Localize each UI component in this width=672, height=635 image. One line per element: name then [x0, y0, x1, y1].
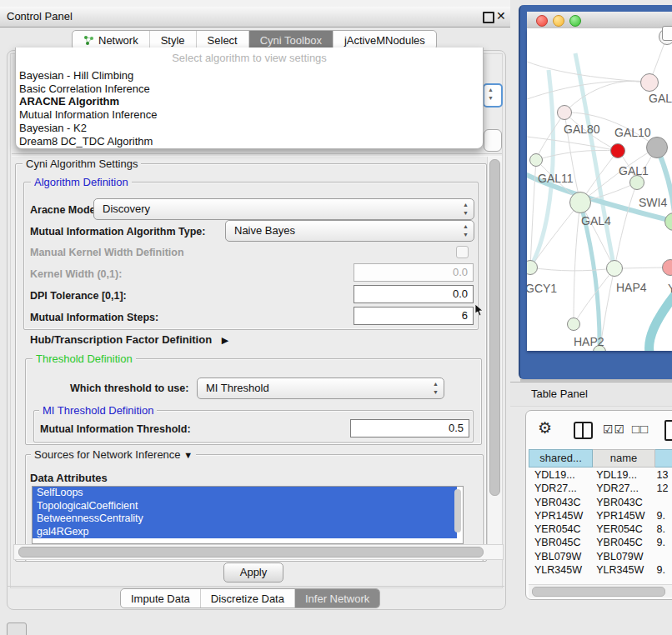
algorithm-option-basic-correlation-inference[interactable]: Basic Correlation Inference	[18, 82, 478, 96]
table-cell: YBL079W	[591, 550, 653, 563]
tab-jactivemnodules[interactable]: jActiveMNodules	[333, 31, 436, 49]
mi-steps-label: Mutual Information Steps:	[30, 312, 158, 323]
table-cell: YBR043C	[591, 496, 653, 509]
table-scrollbar-thumb[interactable]	[532, 587, 665, 597]
dpi-tolerance-field[interactable]: 0.0	[354, 285, 474, 303]
tab-infer-network[interactable]: Infer Network	[294, 589, 379, 608]
minimized-panel-icon[interactable]	[7, 622, 27, 635]
table-cell: YLR345W	[529, 563, 591, 577]
algorithm-option-mutual-information-inference[interactable]: Mutual Information Inference	[18, 108, 478, 122]
attribute-item-selfloops[interactable]: SelfLoops	[33, 487, 457, 500]
column-header-name[interactable]: name	[593, 449, 655, 468]
group-title: MI Threshold Definition	[39, 404, 157, 417]
table-cell: 9.	[654, 509, 672, 522]
table-cell: YLR345W	[591, 563, 653, 577]
mi-algorithm-type-combobox[interactable]: Naive Bayes ▲▼	[225, 220, 474, 242]
network-node[interactable]	[640, 73, 659, 92]
canvas-corner-button[interactable]	[662, 26, 672, 41]
node-label-gal11: GAL11	[538, 172, 574, 185]
close-panel-icon[interactable]: ✕	[496, 9, 506, 22]
table-cell: YDL19...	[591, 468, 653, 482]
node-label-swi4: SWI4	[639, 196, 667, 209]
network-node[interactable]	[646, 137, 668, 158]
table-cell: 12	[654, 482, 672, 495]
table-row[interactable]: YBR043CYBR043C	[529, 496, 672, 509]
table-row[interactable]: YDR27...YDR27...12	[529, 482, 672, 495]
node-label-hap4: HAP4	[616, 281, 647, 294]
table-row[interactable]: YER054CYER054C8.	[529, 522, 672, 536]
algorithm-option-dream8-dc-tdc-algorithm[interactable]: Dream8 DC_TDC Algorithm	[18, 135, 478, 148]
tab-impute-data[interactable]: Impute Data	[121, 589, 200, 608]
algorithm-option-aracne-algorithm[interactable]: ARACNE Algorithm	[18, 95, 478, 108]
split-columns-icon[interactable]	[574, 422, 593, 439]
network-node[interactable]	[606, 260, 623, 277]
tab-select[interactable]: Select	[196, 31, 248, 49]
mi-threshold-field[interactable]: 0.5	[350, 419, 469, 438]
table-horizontal-scrollbar[interactable]	[529, 584, 672, 598]
table-cell: 8.	[654, 522, 672, 536]
network-node[interactable]	[529, 153, 543, 167]
table-row[interactable]: YLR345WYLR345W9.	[529, 563, 672, 577]
network-window-titlebar[interactable]	[527, 12, 672, 29]
minimize-window-icon[interactable]	[553, 15, 564, 27]
combobox-stepper-icon: ▲▼	[433, 380, 439, 397]
table-row[interactable]: YBR045CYBR045C9.	[529, 536, 672, 549]
aracne-mode-combobox[interactable]: Discovery ▲▼	[93, 198, 474, 220]
close-window-icon[interactable]	[536, 15, 548, 27]
table-row[interactable]: YDL19...YDL19...13	[529, 468, 672, 482]
table-cell: 0.	[654, 577, 672, 578]
network-node[interactable]	[610, 143, 625, 158]
mouse-cursor	[475, 304, 484, 317]
attribute-item-gal4rgexp[interactable]: gal4RGexp	[33, 526, 457, 539]
manual-kernel-checkbox[interactable]	[456, 246, 469, 258]
kernel-width-field[interactable]: 0.0	[354, 263, 474, 282]
table-cell: 9.	[654, 536, 672, 549]
column-header-shared[interactable]: shared...	[529, 449, 593, 468]
table-row[interactable]: YIL052CYIL052C0.	[529, 577, 672, 578]
tab-discretize-data[interactable]: Discretize Data	[200, 589, 294, 608]
table-document-icon[interactable]	[664, 420, 672, 441]
manual-kernel-label: Manual Kernel Width Definition	[30, 247, 184, 258]
network-canvas[interactable]: GALGAL80GAL10GAL11GAL1SWI4GAL4GCY1HAP4YH…	[527, 28, 672, 351]
hub-section-toggle[interactable]: Hub/Transcription Factor Definition ▶	[30, 333, 228, 346]
algorithm-option-bayesian-hill-climbing[interactable]: Bayesian - Hill Climbing	[18, 69, 478, 82]
table-cell: YDL19...	[529, 468, 591, 482]
gear-icon[interactable]: ⚙	[538, 418, 552, 438]
panel-title: Control Panel	[7, 10, 73, 22]
float-panel-icon[interactable]	[483, 12, 494, 23]
column-header[interactable]	[655, 449, 672, 468]
network-node[interactable]	[557, 105, 572, 120]
which-threshold-combobox[interactable]: MI Threshold ▲▼	[197, 378, 444, 399]
table-cell: YBR043C	[529, 496, 591, 509]
node-label-gal1: GAL1	[619, 164, 649, 178]
select-all-checkboxes-icon[interactable]: ☑☑	[603, 422, 625, 436]
mi-threshold-label: Mutual Information Threshold:	[40, 423, 191, 435]
attribute-item-topologicalcoefficient[interactable]: TopologicalCoefficient	[33, 500, 457, 513]
apply-button[interactable]: Apply	[223, 562, 283, 582]
list-scrollbar-thumb[interactable]	[454, 489, 461, 532]
attribute-item-betweennesscentrality[interactable]: BetweennessCentrality	[33, 512, 457, 526]
table-cell: 13	[654, 468, 672, 482]
maximize-window-icon[interactable]	[569, 15, 581, 27]
settings-horizontal-scrollbar-thumb[interactable]	[18, 547, 484, 558]
tab-style[interactable]: Style	[149, 31, 196, 49]
data-attributes-list[interactable]: SelfLoopsTopologicalCoefficientBetweenne…	[32, 486, 464, 544]
combobox-stepper-icon: ▲▼	[463, 222, 469, 239]
table-row[interactable]: YPR145WYPR145W9.	[529, 509, 672, 522]
table-cell: YIL052C	[591, 577, 653, 578]
table-row[interactable]: YBL079WYBL079W	[529, 550, 672, 563]
sources-group-toggle[interactable]: Sources for Network Inference ▼	[31, 448, 196, 461]
network-icon	[83, 35, 94, 46]
algorithm-combobox-stepper[interactable]: ▲▼	[483, 83, 503, 108]
tab-cyni-toolbox[interactable]: Cyni Toolbox	[248, 31, 333, 49]
settings-vertical-scrollbar-thumb[interactable]	[489, 159, 500, 496]
mi-steps-field[interactable]: 6	[354, 307, 474, 325]
network-node[interactable]	[567, 318, 580, 331]
deselect-all-checkboxes-icon[interactable]: □□	[632, 422, 649, 436]
algorithm-option-bayesian-k2[interactable]: Bayesian - K2	[18, 122, 478, 135]
node-label-gal4: GAL4	[581, 214, 611, 228]
section-divider	[12, 153, 502, 157]
tab-network[interactable]: Network	[73, 31, 149, 49]
network-node[interactable]	[569, 192, 591, 213]
algorithm-dropdown-popup: Select algorithm to view settings Bayesi…	[15, 48, 484, 149]
